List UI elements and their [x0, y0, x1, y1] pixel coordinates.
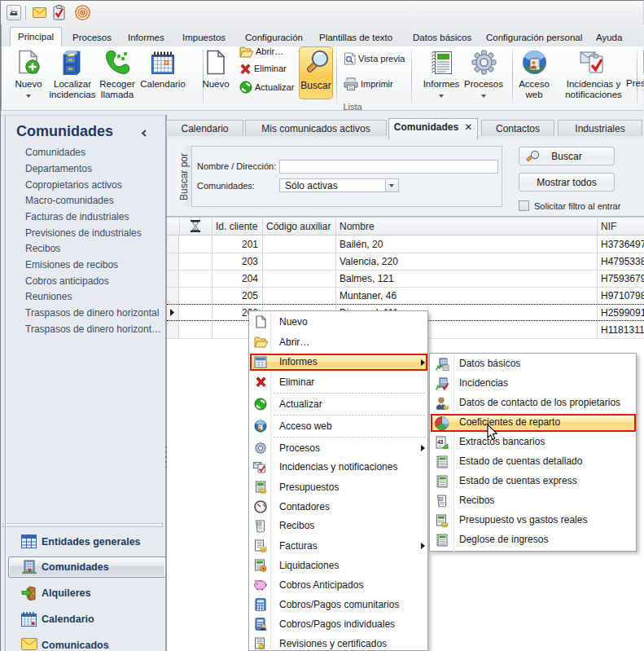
svg-text:43: 43 [437, 439, 444, 445]
